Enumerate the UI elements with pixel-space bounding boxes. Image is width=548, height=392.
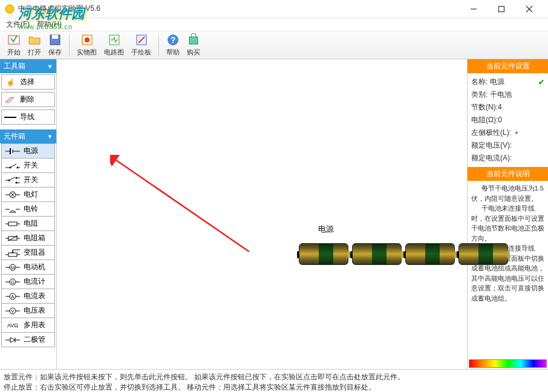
switch2-symbol-icon <box>4 176 21 185</box>
svg-rect-42 <box>8 222 17 226</box>
power-symbol-icon <box>4 147 21 155</box>
titlebar: ⚡ 中学电路虚拟实验室 V5.6 <box>0 0 548 18</box>
comp-voltmeter[interactable]: V电压表 <box>1 304 55 318</box>
svg-text:M: M <box>11 265 15 270</box>
prop-resistance[interactable]: 电阻(Ω):0 <box>471 114 544 126</box>
save-icon <box>48 33 62 47</box>
svg-text:⚡: ⚡ <box>6 5 14 13</box>
ammeter-symbol-icon: A <box>4 292 21 301</box>
maximize-button[interactable] <box>488 0 515 18</box>
status-line1: 放置元件：如果该元件按钮未按下，则先单击此元件按钮。 如果该元件按钮已按下，在实… <box>4 372 544 382</box>
comp-switch1[interactable]: 开关 <box>1 158 55 173</box>
canvas[interactable]: 电源 <box>57 59 467 369</box>
draw-icon <box>135 33 148 47</box>
comp-power[interactable]: 电源 <box>1 143 55 158</box>
props-header: 当前元件设置 <box>468 59 548 73</box>
prop-count[interactable]: 节数(N):4 <box>471 101 544 114</box>
app-icon: ⚡ <box>5 4 15 14</box>
comp-rheostat[interactable]: 变阻器 <box>1 246 55 260</box>
comp-diode[interactable]: 二极管 <box>1 333 55 347</box>
svg-line-28 <box>9 177 15 180</box>
toolbar-help[interactable]: ?帮助 <box>163 32 183 58</box>
statusbar: 放置元件：如果该元件按钮未按下，则先单击此元件按钮。 如果该元件按钮已按下，在实… <box>0 369 548 392</box>
switch-symbol-icon <box>4 162 21 170</box>
comp-switch2[interactable]: 开关 <box>1 173 55 188</box>
resbox-symbol-icon <box>4 234 21 243</box>
status-line2: 停止放置：右击实验区可停止放置，并切换到选择工具。 移动元件：用选择工具将实验区… <box>4 382 544 392</box>
resistor-symbol-icon <box>4 220 21 228</box>
comp-motor[interactable]: M电动机 <box>1 260 55 275</box>
battery-cell <box>405 243 455 265</box>
wire-icon <box>4 113 16 122</box>
svg-text:V: V <box>11 309 15 314</box>
toolbar-open[interactable]: 打开 <box>24 32 45 58</box>
comp-galvanometer[interactable]: G电流计 <box>1 275 55 289</box>
svg-text:A: A <box>11 294 15 299</box>
motor-symbol-icon: M <box>4 263 21 272</box>
tool-wire[interactable]: 导线 <box>1 109 55 125</box>
right-panel: 当前元件设置 名称: 电源✔ 类别: 干电池 节数(N):4 电阻(Ω):0 左… <box>467 59 548 369</box>
toolbar-buy[interactable]: 购买 <box>183 32 204 58</box>
multimeter-symbol-icon: AVΩ <box>4 321 21 330</box>
props-list: 名称: 电源✔ 类别: 干电池 节数(N):4 电阻(Ω):0 左侧极性(L):… <box>468 73 548 167</box>
prop-polarity[interactable]: 左侧极性(L): ＋ <box>471 126 544 139</box>
svg-point-10 <box>85 38 90 42</box>
menu-file[interactable]: 文件(F) <box>2 19 33 30</box>
toolbar-start[interactable]: 开始 <box>4 32 24 58</box>
toolbar: 开始 打开 保存 实物图 电路图 手绘板 ?帮助 购买 <box>0 31 548 59</box>
prop-voltage[interactable]: 额定电压(V): <box>471 139 544 152</box>
toolbar-real[interactable]: 实物图 <box>73 32 100 58</box>
close-button[interactable] <box>515 0 543 18</box>
comp-resistor[interactable]: 电阻 <box>1 217 55 231</box>
buy-icon <box>187 33 200 47</box>
window-title: 中学电路虚拟实验室 V5.6 <box>18 4 460 14</box>
prop-name[interactable]: 名称: 电源✔ <box>471 76 544 88</box>
canvas-component-label: 电源 <box>318 224 334 235</box>
desc-header: 当前元件说明 <box>468 167 548 181</box>
svg-rect-49 <box>8 253 17 256</box>
comp-resbox[interactable]: 电阻箱 <box>1 231 55 246</box>
battery-pack[interactable] <box>299 243 508 265</box>
check-icon: ✔ <box>538 78 544 87</box>
comp-ammeter[interactable]: A电流表 <box>1 289 55 304</box>
toolbox-header[interactable]: 工具箱▼ <box>0 59 56 73</box>
bell-symbol-icon <box>4 205 21 214</box>
svg-rect-3 <box>499 6 504 11</box>
toolbar-save[interactable]: 保存 <box>45 32 65 58</box>
rheostat-symbol-icon <box>4 249 21 257</box>
toolbar-draw[interactable]: 手绘板 <box>128 32 155 58</box>
comp-lamp[interactable]: 电灯 <box>1 188 55 202</box>
menubar: 文件(F) 帮助(H) <box>0 18 548 31</box>
voltmeter-symbol-icon: V <box>4 307 21 315</box>
real-icon <box>80 33 94 47</box>
circuit-icon <box>108 33 121 47</box>
svg-line-23 <box>10 164 16 168</box>
svg-text:?: ? <box>171 35 176 45</box>
comp-multimeter[interactable]: AVΩ多用表 <box>1 318 55 333</box>
galv-symbol-icon: G <box>4 278 21 286</box>
menu-help[interactable]: 帮助(H) <box>33 19 65 30</box>
prop-type[interactable]: 类别: 干电池 <box>471 88 544 101</box>
annotation-arrow <box>110 155 255 258</box>
diode-symbol-icon <box>4 336 21 344</box>
svg-line-72 <box>114 158 249 252</box>
compbox-header[interactable]: 元件箱▼ <box>0 129 56 143</box>
battery-cell <box>299 243 348 265</box>
color-picker-bar[interactable] <box>469 359 547 368</box>
svg-rect-8 <box>52 35 58 39</box>
tool-delete[interactable]: 删除 <box>1 92 55 107</box>
svg-text:G: G <box>11 279 15 285</box>
toolbar-circuit[interactable]: 电路图 <box>100 32 128 58</box>
help-icon: ? <box>166 33 180 47</box>
desc-text: 每节干电池电压为1.5伏，内阻可随意设置。 干电池未连接导线时，在设置面板中可设… <box>468 181 548 358</box>
minimize-button[interactable] <box>460 0 488 18</box>
pointer-icon: ☝ <box>4 78 16 87</box>
prop-current[interactable]: 额定电流(A): <box>471 152 544 165</box>
open-icon <box>28 33 41 47</box>
left-panel: 工具箱▼ ☝选择 删除 导线 元件箱▼ 电源 开关 开关 电灯 电铃 电阻 电阻… <box>0 59 57 369</box>
battery-cell <box>458 243 508 265</box>
tool-select[interactable]: ☝选择 <box>1 74 55 90</box>
comp-bell[interactable]: 电铃 <box>1 202 55 217</box>
lamp-symbol-icon <box>4 191 21 199</box>
battery-cell <box>352 243 402 265</box>
